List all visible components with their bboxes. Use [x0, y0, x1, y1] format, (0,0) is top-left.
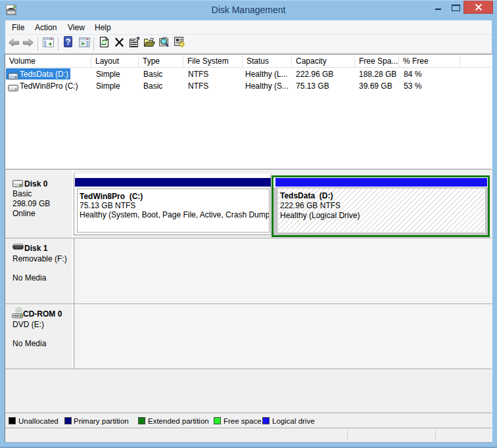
svg-text:?: ?: [66, 37, 71, 47]
